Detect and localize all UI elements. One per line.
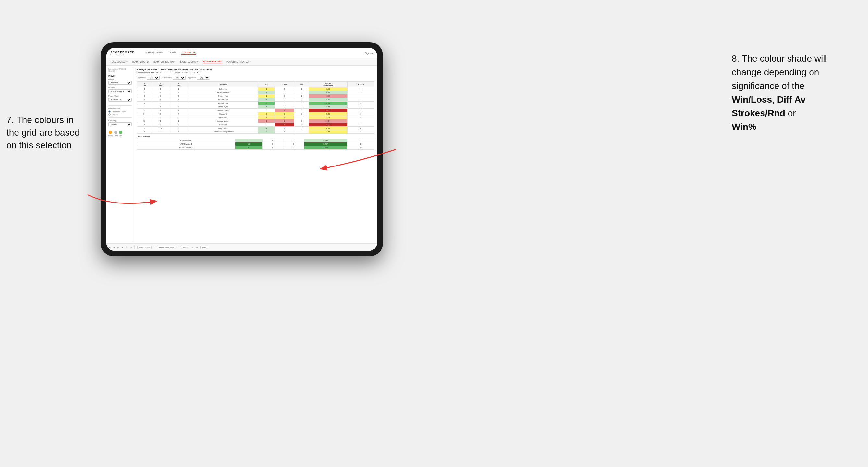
- legend-up: Up: [119, 131, 122, 136]
- toolbar-share[interactable]: Share: [200, 246, 208, 249]
- cell-win: 1: [258, 87, 275, 91]
- cell-tie: 0: [294, 130, 309, 134]
- cell-rounds: 11: [347, 127, 374, 130]
- radio-top100[interactable]: Top 100: [108, 113, 132, 116]
- filter-opponent-label: Opponent: [188, 76, 196, 79]
- sidebar-colour-by-select[interactable]: Win/loss: [108, 122, 132, 126]
- sub-nav-player-h2h-grid[interactable]: PLAYER H2H GRID: [203, 60, 222, 63]
- cell-div: 16: [137, 119, 152, 123]
- toolbar-icon2[interactable]: ⊠: [196, 246, 197, 248]
- toolbar-copy[interactable]: ⊞: [122, 246, 123, 248]
- out-cell-tie: 0: [283, 143, 304, 146]
- toolbar-history[interactable]: ⟳: [118, 246, 119, 248]
- toolbar-reset[interactable]: ⊙: [130, 246, 132, 248]
- cell-loss: 0: [275, 87, 294, 91]
- cell-tie: 0: [294, 123, 309, 127]
- toolbar-edit[interactable]: ✎: [126, 246, 127, 248]
- cell-conf: 2: [169, 91, 188, 94]
- cell-tie: 1: [294, 94, 309, 98]
- cell-win: 2: [258, 101, 275, 105]
- cell-div: 11: [137, 105, 152, 109]
- cell-tie: 0: [294, 98, 309, 101]
- sidebar-legend: Down Level Up: [108, 131, 132, 136]
- filter-opponents-select[interactable]: (All): [147, 75, 160, 80]
- toolbar-divider1: [134, 245, 135, 249]
- th-loss: Loss: [275, 82, 294, 87]
- division-record-label: Division Record: 331 - 34 - 6: [174, 72, 198, 74]
- sidebar: Last Updated: 27/03/2024 16:55:38 Player…: [106, 66, 134, 251]
- filter-row: Opponents: (All) Conference (All) Oppone…: [136, 75, 374, 80]
- toolbar-view-original[interactable]: View: Original: [137, 246, 152, 249]
- cell-rounds: 2: [347, 109, 374, 112]
- cell-opponent: Eunice Yi: [188, 112, 258, 116]
- sidebar-player-rank-select[interactable]: 8. Katelyn Vo: [108, 98, 132, 101]
- nav-sign-out[interactable]: | Sign out: [364, 52, 373, 54]
- sidebar-player-rank-label: Player (Rank): [108, 95, 132, 97]
- cell-loss: 2: [275, 119, 294, 123]
- cell-rounds: 4: [347, 87, 374, 91]
- cell-rounds: 2: [347, 123, 374, 127]
- cell-diff: 4.00: [309, 91, 347, 94]
- sidebar-gender-select[interactable]: Women's: [108, 81, 132, 85]
- cell-loss: 2: [275, 112, 294, 116]
- toolbar-save-custom[interactable]: Save Custom View: [157, 246, 175, 249]
- filter-conference-select[interactable]: (All): [173, 75, 186, 80]
- table-row: 11 5 2 Heejo Hyun 1 0 0 3.33 3: [137, 105, 374, 109]
- cell-rounds: 4: [347, 101, 374, 105]
- cell-diff: -3.00: [309, 109, 347, 112]
- cell-loss: 1: [275, 130, 294, 134]
- cell-tie: 0: [294, 109, 309, 112]
- sub-nav-team-summary[interactable]: TEAM SUMMARY: [110, 61, 127, 63]
- bottom-toolbar: ↩ ↪ ⟳ ⊞ ✎ ⊙ View: Original Save Custom V…: [106, 243, 377, 251]
- table-row: 6 3 3 Sydney Kuo 1 0 1 -1.00: [137, 94, 374, 98]
- sidebar-division-label: Division: [108, 87, 132, 89]
- sidebar-division-select[interactable]: NCAA Division III: [108, 89, 132, 93]
- cell-tie: 1: [294, 87, 309, 91]
- table-row: 3 1 1 Esther Lee 1 0 1 1.50 4: [137, 87, 374, 91]
- cell-win: 1: [258, 119, 275, 123]
- cell-loss: 0: [275, 98, 294, 101]
- toolbar-watch[interactable]: Watch: [181, 246, 189, 249]
- cell-reg: 2: [152, 119, 169, 123]
- cell-div: 20: [137, 130, 152, 134]
- cell-div: 9: [137, 98, 152, 101]
- th-tie: Tie: [294, 82, 309, 87]
- nav-bar: SCOREBOARD Powered by clippd TOURNAMENTS…: [106, 48, 377, 58]
- nav-tournaments[interactable]: TOURNAMENTS: [145, 51, 163, 55]
- cell-rounds: 9: [347, 112, 374, 116]
- cell-reg: 6: [152, 101, 169, 105]
- sidebar-player-title: Player: [108, 75, 132, 77]
- table-row: 10 6 3 Andrea York 2 0 0 4.00 4: [137, 101, 374, 105]
- cell-loss: 0: [275, 101, 294, 105]
- out-cell-loss: 0: [262, 143, 283, 146]
- cell-loss: 0: [275, 91, 294, 94]
- cell-rounds: 6: [347, 130, 374, 134]
- cell-loss: 1: [275, 109, 294, 112]
- sub-nav-team-h2h-heatmap[interactable]: TEAM H2H HEATMAP: [153, 61, 175, 63]
- cell-win: 1: [258, 116, 275, 119]
- sub-nav-team-h2h-grid[interactable]: TEAM H2H GRID: [132, 61, 149, 63]
- out-cell-opponent: NAIA Division 1: [137, 143, 235, 146]
- toolbar-undo[interactable]: ↩: [109, 246, 111, 248]
- logo-sub: Powered by clippd: [110, 54, 140, 56]
- table-row: 18 2 2 Euna Lee 0 3 0 -5.00 2: [137, 123, 374, 127]
- out-table-row: Foreign Team 1 0 0 4.500 2: [137, 139, 374, 143]
- legend-label-down: Down: [108, 135, 113, 136]
- sub-nav-player-h2h-heatmap[interactable]: PLAYER H2H HEATMAP: [226, 61, 250, 63]
- sidebar-colour-by-label: Colour by: [108, 120, 132, 122]
- filter-opponent-select[interactable]: (All): [197, 75, 210, 80]
- cell-opponent: Stella Cheng: [188, 116, 258, 119]
- table-row: 14 7 4 Eunice Yi 2 2 0 0.38 9: [137, 112, 374, 116]
- toolbar-icon1[interactable]: ⊡: [192, 246, 193, 248]
- radio-opponents-played[interactable]: Opponents Played: [108, 110, 132, 113]
- toolbar-redo[interactable]: ↪: [113, 246, 115, 248]
- sidebar-timestamp: Last Updated: 27/03/2024 16:55:38: [108, 68, 132, 72]
- nav-teams[interactable]: TEAMS: [168, 51, 177, 55]
- cell-loss: 0: [275, 94, 294, 98]
- cell-diff: 1.50: [309, 87, 347, 91]
- sub-nav-player-summary[interactable]: PLAYER SUMMARY: [179, 61, 198, 63]
- cell-diff: 4.00: [309, 101, 347, 105]
- nav-committee[interactable]: COMMITTEE: [181, 51, 196, 55]
- table-row: 19 10 6 Emily Chang 4 1 0 0.30 11: [137, 127, 374, 130]
- cell-opponent: Sydney Kuo: [188, 94, 258, 98]
